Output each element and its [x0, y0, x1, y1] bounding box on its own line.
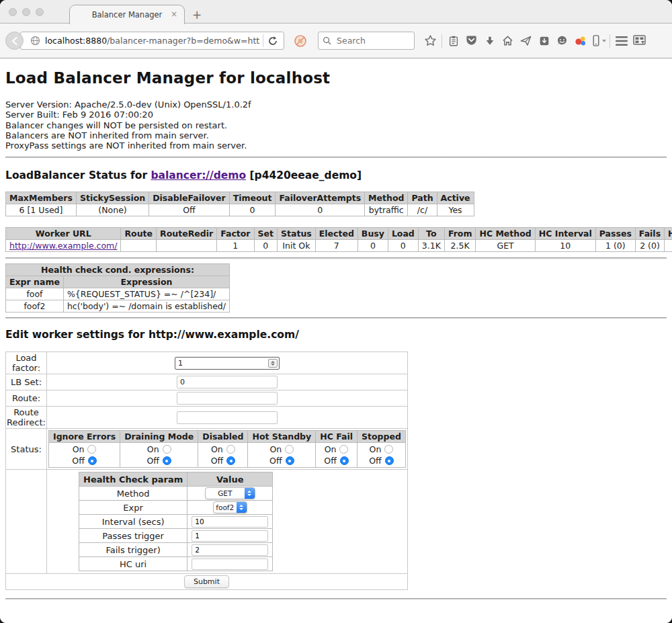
chat-smiley-icon[interactable]: [553, 32, 571, 50]
interval-input[interactable]: [192, 516, 268, 528]
tab-balancer-manager[interactable]: Balancer Manager ×: [69, 5, 185, 24]
hc-uri-label: HC uri: [79, 557, 187, 571]
stopped-on-radio[interactable]: [384, 445, 393, 454]
off-label: Off: [369, 456, 381, 466]
number-stepper-icon[interactable]: [268, 359, 278, 368]
expr-label: Expr: [79, 501, 187, 515]
url-text[interactable]: localhost:8880/balancer-manager?b=demo&w…: [45, 36, 260, 46]
cell-expr-name: foof: [6, 288, 64, 300]
table-header-row: Expr name Expression: [6, 276, 230, 288]
cell-timeout: 0: [229, 204, 276, 216]
hc-fail-off-radio[interactable]: [340, 456, 349, 465]
col-hc-fail: HC Fail: [316, 431, 358, 443]
chevron-down-icon: [602, 40, 606, 42]
menu-hamburger-icon[interactable]: [612, 32, 630, 50]
home-icon[interactable]: [499, 32, 517, 50]
zoom-window-button[interactable]: [36, 8, 44, 16]
col-timeout: Timeout: [229, 192, 276, 204]
close-window-button[interactable]: [9, 8, 17, 16]
bookmark-star-icon[interactable]: [421, 32, 439, 50]
col-set: Set: [254, 228, 277, 240]
hc-fail-options: On Off: [316, 443, 358, 468]
reload-icon[interactable]: [267, 36, 278, 46]
reading-list-icon[interactable]: [444, 32, 462, 50]
form-row-submit: Submit: [6, 574, 408, 590]
col-factor: Factor: [217, 228, 254, 240]
cell-status: Init Ok: [278, 240, 316, 252]
load-factor-input[interactable]: [175, 357, 280, 370]
disabled-on-radio[interactable]: [226, 445, 235, 454]
draining-mode-off-radio[interactable]: [163, 456, 171, 465]
form-row-load-factor: Load factor:: [6, 352, 408, 374]
worker-url-link[interactable]: http://www.example.com/: [9, 241, 117, 251]
disabled-options: On Off: [198, 443, 248, 468]
table-header-row: Ignore Errors Draining Mode Disabled Hot…: [49, 431, 406, 443]
route-label: Route:: [6, 390, 47, 407]
health-check-spacer: [6, 470, 47, 574]
col-stickysession: StickySession: [76, 192, 149, 204]
new-tab-button[interactable]: +: [192, 8, 202, 22]
back-arrow-icon: [10, 36, 19, 46]
col-path: Path: [408, 192, 437, 204]
url-bar[interactable]: localhost:8880/balancer-manager?b=demo&w…: [20, 32, 284, 50]
cell-expr-name: foof2: [6, 300, 64, 313]
submit-button[interactable]: Submit: [184, 575, 229, 588]
lb-set-input[interactable]: [177, 376, 278, 388]
send-tab-icon[interactable]: [517, 32, 535, 50]
plugin-blocked-icon[interactable]: [294, 34, 307, 48]
fails-input[interactable]: [192, 544, 268, 556]
stopped-off-radio[interactable]: [385, 456, 394, 465]
method-select[interactable]: GET: [205, 487, 255, 499]
minimize-window-button[interactable]: [22, 8, 30, 16]
hc-row-fails: Fails trigger): [79, 543, 273, 557]
colorful-extension-icon[interactable]: [571, 32, 589, 50]
inherit-notice-line: Balancers are NOT inherited from main se…: [5, 130, 667, 140]
table-title-row: Health check cond. expressions:: [6, 264, 230, 276]
status-radio-row: On Off On Off On Off: [49, 443, 406, 468]
form-row-route: Route:: [6, 390, 408, 407]
hot-standby-on-radio[interactable]: [285, 445, 294, 454]
col-stopped: Stopped: [358, 431, 406, 443]
col-status: Status: [278, 228, 316, 240]
persist-notice-line: Balancer changes will NOT be persisted o…: [5, 120, 667, 130]
col-hc-value: Value: [187, 472, 273, 487]
ignore-errors-on-radio[interactable]: [87, 445, 96, 454]
expr-select[interactable]: foof2: [213, 501, 247, 513]
hc-expr-title: Health check cond. expressions:: [6, 264, 230, 276]
col-elected: Elected: [315, 228, 358, 240]
on-label: On: [211, 444, 223, 454]
disabled-off-radio[interactable]: [226, 456, 235, 465]
cell-path: /c/: [408, 204, 437, 216]
col-expr-name: Expr name: [6, 276, 64, 288]
passes-input[interactable]: [192, 530, 268, 542]
hc-fail-on-radio[interactable]: [339, 445, 348, 454]
hot-standby-off-radio[interactable]: [286, 456, 294, 465]
tab-close-icon[interactable]: ×: [171, 9, 177, 19]
hc-uri-input[interactable]: [192, 558, 268, 570]
route-redirect-input[interactable]: [177, 411, 278, 424]
cell-expression: hc('body') =~ /domain is established/: [63, 300, 229, 313]
cell-maxmembers: 6 [1 Used]: [6, 204, 77, 216]
proxypass-notice-line: ProxyPass settings are NOT inherited fro…: [5, 140, 667, 151]
back-button[interactable]: [5, 32, 24, 50]
col-ignore-errors: Ignore Errors: [49, 431, 120, 443]
save-to-pocket-icon[interactable]: [535, 32, 553, 50]
toolbar-divider: [442, 34, 442, 48]
route-input[interactable]: [177, 392, 278, 405]
ignore-errors-off-radio[interactable]: [88, 456, 97, 465]
globe-icon: [30, 36, 40, 46]
col-fails: Fails: [635, 228, 664, 240]
table-header-row: Health Check param Value: [79, 472, 273, 487]
cell-failoverattempts: 0: [276, 204, 365, 216]
pocket-icon[interactable]: [462, 32, 480, 50]
col-to: To: [418, 228, 444, 240]
tab-groups-icon[interactable]: [630, 32, 648, 50]
device-extension-icon[interactable]: [589, 32, 607, 50]
balancer-demo-link[interactable]: balancer://demo: [151, 169, 246, 181]
col-maxmembers: MaxMembers: [6, 192, 77, 204]
search-bar[interactable]: [318, 32, 415, 50]
search-input[interactable]: [335, 35, 403, 46]
downloads-icon[interactable]: [480, 32, 499, 50]
cell-busy: 0: [358, 240, 388, 252]
draining-mode-on-radio[interactable]: [163, 445, 171, 454]
